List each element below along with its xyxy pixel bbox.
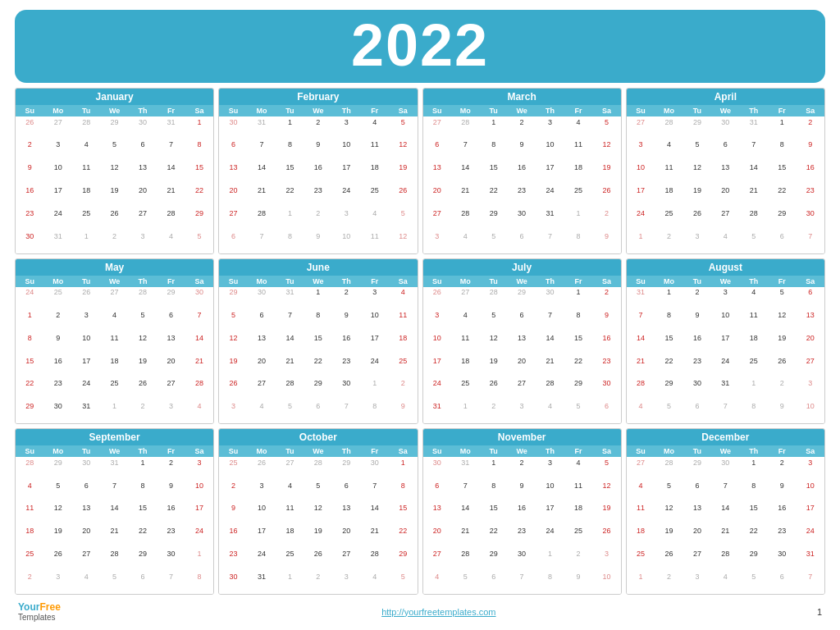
day-cell: 17 <box>72 355 100 378</box>
day-header-su: Su <box>423 105 451 116</box>
day-cell: 11 <box>740 310 768 333</box>
day-cell: 8 <box>185 571 213 594</box>
day-cell: 2 <box>157 457 185 480</box>
day-cell: 26 <box>683 208 711 231</box>
day-cell: 26 <box>479 378 507 401</box>
logo-templates: Templates <box>18 613 56 622</box>
day-cell: 22 <box>479 526 507 549</box>
day-cell: 13 <box>129 162 157 185</box>
day-cell: 9 <box>508 480 536 503</box>
day-cell: 31 <box>423 401 451 424</box>
month-title: October <box>219 429 417 445</box>
day-cell: 1 <box>740 457 768 480</box>
day-cell: 1 <box>304 287 332 310</box>
day-cell: 8 <box>129 480 157 503</box>
day-cell: 7 <box>711 480 739 503</box>
day-cell: 30 <box>592 378 620 401</box>
day-header-sa: Sa <box>592 105 620 116</box>
day-header-th: Th <box>740 276 768 287</box>
month-block-march: MarchSuMoTuWeThFrSa272812345678910111213… <box>422 88 622 254</box>
day-cell: 4 <box>361 571 389 594</box>
day-cell: 6 <box>157 310 185 333</box>
day-header-mo: Mo <box>248 105 276 116</box>
day-cell: 21 <box>361 526 389 549</box>
day-cell: 26 <box>129 378 157 401</box>
day-cell: 31 <box>157 116 185 139</box>
day-cell: 22 <box>276 185 304 208</box>
day-cell: 3 <box>423 310 451 333</box>
day-cell: 28 <box>479 287 507 310</box>
day-cell: 5 <box>451 571 479 594</box>
day-cell: 17 <box>423 355 451 378</box>
day-cell: 30 <box>219 116 247 139</box>
day-cell: 6 <box>219 231 247 253</box>
day-cell: 29 <box>479 548 507 571</box>
day-header-th: Th <box>740 445 768 457</box>
day-cell: 2 <box>592 287 620 310</box>
day-cell: 9 <box>332 310 360 333</box>
day-cell: 5 <box>683 139 711 162</box>
day-cell: 9 <box>508 139 536 162</box>
day-cell: 10 <box>423 332 451 355</box>
day-cell: 1 <box>276 208 304 231</box>
day-cell: 15 <box>768 162 796 185</box>
day-cell: 30 <box>711 457 739 480</box>
day-cell: 14 <box>276 332 304 355</box>
day-cell: 30 <box>72 457 100 480</box>
day-cell: 23 <box>508 526 536 549</box>
day-cell: 30 <box>711 116 739 139</box>
day-cell: 30 <box>361 457 389 480</box>
day-cell: 30 <box>508 208 536 231</box>
day-cell: 1 <box>627 231 655 253</box>
day-cell: 22 <box>479 185 507 208</box>
day-cell: 19 <box>304 526 332 549</box>
day-cell: 29 <box>655 378 682 401</box>
day-cell: 16 <box>219 526 247 549</box>
day-header-tu: Tu <box>276 445 304 457</box>
day-cell: 21 <box>740 185 768 208</box>
day-cell: 23 <box>797 185 824 208</box>
day-cell: 8 <box>768 139 796 162</box>
day-cell: 23 <box>332 355 360 378</box>
day-cell: 17 <box>185 503 213 526</box>
day-header-we: We <box>304 105 332 116</box>
day-cell: 28 <box>655 116 682 139</box>
day-cell: 17 <box>627 185 655 208</box>
day-cell: 7 <box>100 480 128 503</box>
day-cell: 3 <box>43 139 71 162</box>
day-cell: 8 <box>655 310 682 333</box>
day-cell: 25 <box>740 355 768 378</box>
day-cell: 28 <box>451 548 479 571</box>
day-cell: 29 <box>508 287 536 310</box>
day-cell: 1 <box>276 571 304 594</box>
day-cell: 14 <box>248 162 276 185</box>
day-cell: 16 <box>43 355 71 378</box>
day-cell: 13 <box>72 503 100 526</box>
day-cell: 7 <box>797 231 824 253</box>
day-cell: 26 <box>655 548 682 571</box>
day-header-th: Th <box>536 276 564 287</box>
day-header-tu: Tu <box>683 105 711 116</box>
day-cell: 25 <box>361 185 389 208</box>
day-cell: 11 <box>451 332 479 355</box>
day-cell: 16 <box>508 503 536 526</box>
day-cell: 4 <box>248 401 276 424</box>
day-cell: 27 <box>72 548 100 571</box>
day-cell: 3 <box>332 116 360 139</box>
day-cell: 18 <box>276 526 304 549</box>
month-block-december: DecemberSuMoTuWeThFrSa272829301234567891… <box>626 428 825 595</box>
day-cell: 7 <box>361 480 389 503</box>
day-cell: 11 <box>564 139 592 162</box>
day-cell: 21 <box>157 185 185 208</box>
day-cell: 12 <box>592 139 620 162</box>
day-header-su: Su <box>219 445 247 457</box>
day-cell: 1 <box>740 378 768 401</box>
day-cell: 1 <box>16 310 43 333</box>
day-cell: 21 <box>627 355 655 378</box>
footer-url[interactable]: http://yourfreetemplates.com <box>381 607 495 617</box>
day-cell: 9 <box>43 332 71 355</box>
day-cell: 2 <box>768 457 796 480</box>
day-cell: 1 <box>185 548 213 571</box>
day-cell: 2 <box>304 116 332 139</box>
day-cell: 25 <box>451 378 479 401</box>
